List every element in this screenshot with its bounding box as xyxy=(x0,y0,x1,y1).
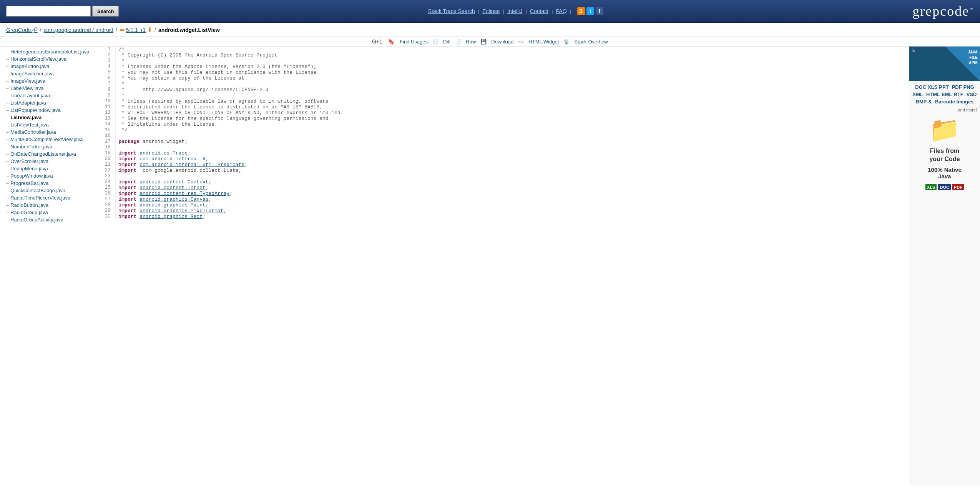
import-link-24[interactable]: android.content.Context xyxy=(140,179,208,185)
sidebar-item-5[interactable]: –LabelView.java xyxy=(0,85,96,92)
line-code: * Copyright (C) 2006 The Android Open So… xyxy=(115,52,909,58)
line-number: 4 xyxy=(96,64,115,70)
import-link-28[interactable]: android.graphics.Paint xyxy=(140,202,206,208)
table-row: 16 xyxy=(96,133,909,139)
line-number: 13 xyxy=(96,116,115,121)
sidebar-item-1[interactable]: –HorizontalScrollView.java xyxy=(0,55,96,63)
social-icons: B t f xyxy=(577,7,603,15)
find-usages-link[interactable]: Find Usages xyxy=(400,39,428,45)
search-button[interactable]: Search xyxy=(92,6,119,17)
table-row: 27 import android.graphics.Canvas; xyxy=(96,196,909,202)
line-code: import android.content.res.TypedArray; xyxy=(115,191,909,196)
line-number: 8 xyxy=(96,87,115,93)
sidebar-item-7[interactable]: –ListAdapter.java xyxy=(0,99,96,106)
nav-sep-4: | xyxy=(551,8,553,14)
sidebar-item-21[interactable]: –RadioButton.java xyxy=(0,201,96,209)
line-code: import com.google.android.collect.Lists; xyxy=(115,168,909,173)
line-code: * you may not use this file except in co… xyxy=(115,70,909,75)
sidebar: –HeterogeneousExpandableList.java –Horiz… xyxy=(0,47,96,486)
nav-faq[interactable]: FAQ xyxy=(556,8,567,14)
fmt-ppt: PPT xyxy=(939,84,948,90)
table-row: 4 * Licensed under the Apache License, V… xyxy=(96,64,909,70)
sidebar-item-10[interactable]: –ListViewTest.java xyxy=(0,121,96,128)
sidebar-item-18[interactable]: –ProgressBar.java xyxy=(0,180,96,187)
fmt-doc: DOC xyxy=(915,84,926,90)
facebook-icon[interactable]: f xyxy=(596,7,603,15)
table-row: 14 * limitations under the License. xyxy=(96,121,909,127)
sidebar-item-3[interactable]: –ImageSwitcher.java xyxy=(0,70,96,77)
raw-link[interactable]: Raw xyxy=(466,39,476,45)
sidebar-item-14[interactable]: –OnDateChangedListener.java xyxy=(0,150,96,158)
twitter-icon[interactable]: t xyxy=(586,7,594,15)
bc-sep-1: / xyxy=(40,27,42,33)
line-code: * limitations under the License. xyxy=(115,121,909,127)
line-number: 18 xyxy=(96,145,115,150)
line-code: * WITHOUT WARRANTIES OR CONDITIONS OF AN… xyxy=(115,110,909,116)
fmt-html: HTML xyxy=(926,91,940,97)
download-link[interactable]: Download xyxy=(491,39,513,45)
sidebar-item-19[interactable]: –QuickContactBadge.java xyxy=(0,187,96,194)
ad-close-button[interactable]: ✕ xyxy=(912,48,916,54)
diff-link[interactable]: Diff xyxy=(443,39,450,45)
bc-version[interactable]: 5.1.1_r1 xyxy=(126,27,146,33)
line-number: 6 xyxy=(96,75,115,81)
sidebar-item-23[interactable]: –RadioGroupActivity.java xyxy=(0,216,96,223)
line-code: * See the License for the specific langu… xyxy=(115,116,909,121)
table-row: 26 import android.content.res.TypedArray… xyxy=(96,191,909,196)
import-link-25[interactable]: android.content.Intent xyxy=(140,185,206,191)
line-code: package android.widget; xyxy=(115,139,909,145)
nav-intellij[interactable]: IntelliJ xyxy=(507,8,523,14)
code-area: 1 /* 2 * Copyright (C) 2006 The Android … xyxy=(96,47,909,486)
fmt-png: PNG xyxy=(963,84,974,90)
sidebar-item-12[interactable]: –MultiAutoCompleteTextView.java xyxy=(0,136,96,143)
fmt-eml: EML xyxy=(942,91,952,97)
line-code: * xyxy=(115,58,909,64)
nav-eclipse[interactable]: Eclipse xyxy=(482,8,500,14)
sidebar-item-4[interactable]: –ImageView.java xyxy=(0,77,96,85)
sidebar-item-13[interactable]: –NumberPicker.java xyxy=(0,143,96,150)
table-row: 2 * Copyright (C) 2006 The Android Open … xyxy=(96,52,909,58)
import-link-30[interactable]: android.graphics.Rect xyxy=(140,214,203,220)
fmt-amp: & xyxy=(929,99,932,105)
bc-grepcode[interactable]: GrepCode🔗 xyxy=(6,27,38,33)
import-link-20[interactable]: com.android.internal.R xyxy=(140,156,206,162)
table-row: 6 * You may obtain a copy of the License… xyxy=(96,75,909,81)
import-link-27[interactable]: android.graphics.Canvas xyxy=(140,196,208,202)
ad-bottom-banner: XLS DOC PDF xyxy=(912,183,977,192)
import-link-29[interactable]: android.graphics.PixelFormat xyxy=(140,208,223,214)
ad-panel: ✕ JAVAFILEAPIS DOC XLS PPT PDF PNG XML H… xyxy=(909,47,980,486)
line-code: import android.graphics.Rect; xyxy=(115,214,909,220)
table-row: 22 import com.google.android.collect.Lis… xyxy=(96,168,909,173)
line-number: 10 xyxy=(96,98,115,104)
bc-com-google[interactable]: com.google.android / android xyxy=(43,27,113,33)
sidebar-item-0[interactable]: –HeterogeneousExpandableList.java xyxy=(0,48,96,55)
sidebar-item-20[interactable]: –RadialTimePickerView.java xyxy=(0,194,96,201)
sidebar-item-16[interactable]: –PopupMenu.java xyxy=(0,165,96,172)
table-row: 17 package android.widget; xyxy=(96,139,909,145)
table-row: 30 import android.graphics.Rect; xyxy=(96,214,909,220)
action-sep-3: 💾 xyxy=(480,39,487,45)
sidebar-item-2[interactable]: –ImageButton.java xyxy=(0,63,96,70)
search-input[interactable] xyxy=(6,6,91,17)
import-link-21[interactable]: com.android.internal.util.Predicate xyxy=(140,162,244,168)
table-row: 29 import android.graphics.PixelFormat; xyxy=(96,208,909,214)
html-widget-link[interactable]: HTML Widget xyxy=(528,39,559,45)
sidebar-item-22[interactable]: –RadioGroup.java xyxy=(0,209,96,216)
sidebar-item-9-listview[interactable]: –ListView.java xyxy=(0,114,96,121)
sidebar-item-17[interactable]: –PopupWindow.java xyxy=(0,172,96,180)
stack-overflow-link[interactable]: Stack Overflow xyxy=(574,39,608,45)
bc-sep-3: / xyxy=(154,27,156,33)
sidebar-item-6[interactable]: –LinearLayout.java xyxy=(0,92,96,99)
line-number: 23 xyxy=(96,173,115,179)
import-link-26[interactable]: android.content.res.TypedArray xyxy=(140,191,229,196)
nav-stack-trace[interactable]: Stack Trace Search xyxy=(428,8,475,14)
blogger-icon[interactable]: B xyxy=(577,7,585,15)
nav-contact[interactable]: Contact xyxy=(530,8,548,14)
fmt-xls: XLS xyxy=(928,84,937,90)
import-link-19[interactable]: android.os.Trace xyxy=(140,150,188,156)
sidebar-item-15[interactable]: –OverScroller.java xyxy=(0,158,96,165)
sidebar-item-8[interactable]: –ListPopupWindow.java xyxy=(0,106,96,114)
sidebar-item-11[interactable]: –MediaController.java xyxy=(0,128,96,136)
logo: grepcode™ xyxy=(912,3,974,19)
bc-sep-2: / xyxy=(116,27,117,33)
